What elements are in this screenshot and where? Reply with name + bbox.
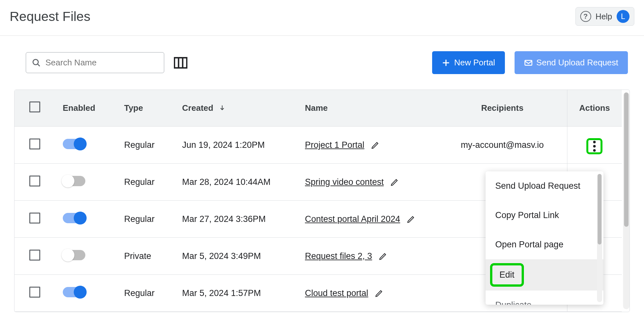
svg-line-1: [38, 64, 40, 66]
dropdown-scrollbar[interactable]: [597, 174, 602, 302]
pencil-icon[interactable]: [407, 215, 415, 224]
type-cell: Regular: [120, 164, 178, 201]
portal-name-link[interactable]: Contest portal April 2024: [305, 214, 400, 224]
type-cell: Private: [120, 238, 178, 275]
created-cell: Mar 27, 2024 3:36PM: [178, 201, 301, 238]
created-cell: Jun 19, 2024 1:20PM: [178, 127, 301, 164]
table-scrollbar-thumb[interactable]: [624, 92, 629, 227]
table-scrollbar[interactable]: [623, 92, 630, 309]
help-label[interactable]: Help: [596, 12, 612, 21]
dropdown-item[interactable]: Edit: [486, 259, 603, 291]
col-header-type[interactable]: Type: [120, 90, 178, 127]
columns-icon[interactable]: [174, 57, 187, 69]
pencil-icon[interactable]: [390, 178, 399, 186]
page-title: Request Files: [10, 9, 90, 24]
sort-descending-icon: [219, 103, 225, 113]
created-cell: Mar 5, 2024 1:57PM: [178, 275, 301, 312]
pencil-icon[interactable]: [375, 289, 383, 298]
svg-point-0: [33, 59, 38, 64]
recipients-cell: my-account@masv.io: [438, 127, 567, 164]
col-header-actions: Actions: [567, 90, 622, 127]
search-icon: [32, 58, 41, 67]
type-cell: Regular: [120, 201, 178, 238]
search-input[interactable]: [45, 58, 158, 68]
dropdown-item[interactable]: Send Upload Request: [486, 171, 603, 201]
select-all-checkbox[interactable]: [29, 101, 40, 112]
mail-icon: [524, 59, 533, 67]
table-header-row: Enabled Type Created Name Recipients Act…: [14, 90, 622, 127]
send-upload-request-button[interactable]: Send Upload Request: [515, 51, 628, 74]
col-header-name[interactable]: Name: [301, 90, 438, 127]
svg-rect-2: [175, 58, 187, 68]
enabled-toggle[interactable]: [63, 176, 85, 186]
help-icon[interactable]: ?: [580, 11, 591, 22]
enabled-toggle[interactable]: [63, 250, 85, 260]
plus-icon: [442, 59, 450, 67]
portal-name-link[interactable]: Cloud test portal: [305, 288, 368, 298]
portal-name-link[interactable]: Spring video contest: [305, 177, 384, 187]
portal-name-link[interactable]: Project 1 Portal: [305, 140, 365, 150]
created-cell: Mar 5, 2024 3:49PM: [178, 238, 301, 275]
col-header-checkbox: [14, 90, 59, 127]
toolbar: New Portal Send Upload Request: [0, 36, 644, 90]
header-right-group: ? Help L: [575, 7, 634, 26]
enabled-toggle[interactable]: [63, 287, 85, 297]
enabled-toggle[interactable]: [63, 213, 85, 223]
portal-name-link[interactable]: Request files 2, 3: [305, 251, 372, 261]
dropdown-item[interactable]: Open Portal page: [486, 230, 603, 259]
dropdown-scrollbar-thumb[interactable]: [598, 174, 601, 244]
more-vertical-icon: [593, 141, 596, 152]
type-cell: Regular: [120, 127, 178, 164]
row-checkbox[interactable]: [29, 176, 40, 186]
svg-rect-7: [525, 60, 532, 65]
send-upload-request-label: Send Upload Request: [536, 58, 618, 68]
page-header: Request Files ? Help L: [0, 0, 644, 36]
col-header-created-label: Created: [182, 103, 213, 113]
col-header-created[interactable]: Created: [178, 90, 301, 127]
col-header-recipients[interactable]: Recipients: [438, 90, 567, 127]
row-actions-button[interactable]: [586, 138, 602, 154]
actions-dropdown-menu: Send Upload RequestCopy Portal LinkOpen …: [486, 171, 603, 305]
pencil-icon[interactable]: [371, 141, 379, 149]
new-portal-button[interactable]: New Portal: [432, 51, 505, 74]
dropdown-item[interactable]: Copy Portal Link: [486, 201, 603, 230]
col-header-enabled[interactable]: Enabled: [59, 90, 120, 127]
dropdown-item-highlighted[interactable]: Edit: [490, 263, 524, 287]
row-checkbox[interactable]: [29, 213, 40, 224]
row-checkbox[interactable]: [29, 287, 40, 298]
table-row: RegularJun 19, 2024 1:20PMProject 1 Port…: [14, 127, 622, 164]
row-checkbox[interactable]: [29, 250, 40, 261]
new-portal-label: New Portal: [454, 58, 495, 68]
type-cell: Regular: [120, 275, 178, 312]
enabled-toggle[interactable]: [63, 139, 85, 149]
row-checkbox[interactable]: [29, 138, 40, 149]
search-field-wrap[interactable]: [26, 52, 164, 73]
dropdown-item[interactable]: Duplicate: [486, 291, 603, 305]
created-cell: Mar 28, 2024 10:44AM: [178, 164, 301, 201]
pencil-icon[interactable]: [379, 252, 387, 261]
avatar[interactable]: L: [617, 10, 630, 23]
